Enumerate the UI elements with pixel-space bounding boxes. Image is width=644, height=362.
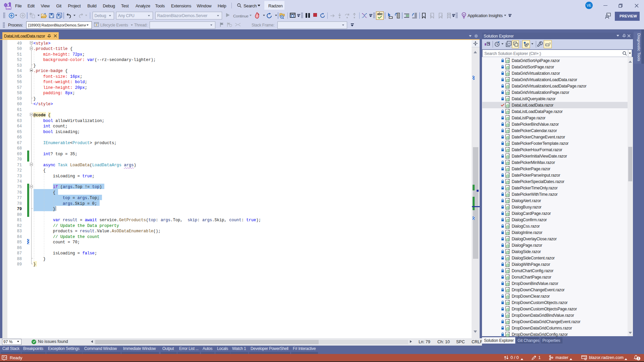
svg-text:PRE: PRE [6, 7, 11, 9]
